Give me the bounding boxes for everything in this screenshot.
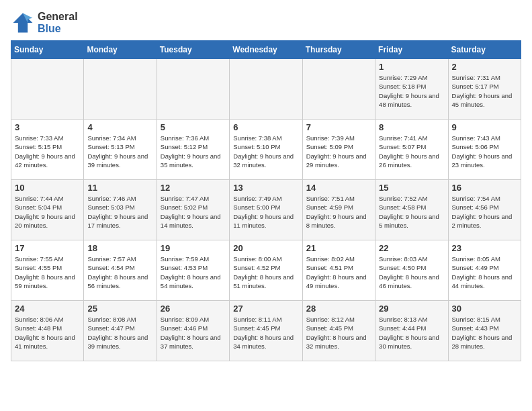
day-info: Sunrise: 8:12 AM Sunset: 4:45 PM Dayligh…	[306, 315, 371, 351]
day-number: 22	[379, 243, 444, 253]
day-info: Sunrise: 8:09 AM Sunset: 4:46 PM Dayligh…	[161, 315, 226, 351]
day-info: Sunrise: 7:36 AM Sunset: 5:12 PM Dayligh…	[161, 134, 226, 169]
calendar-cell: 20Sunrise: 8:00 AM Sunset: 4:52 PM Dayli…	[230, 240, 302, 301]
calendar-header-row: SundayMondayTuesdayWednesdayThursdayFrid…	[11, 41, 521, 59]
day-info: Sunrise: 7:34 AM Sunset: 5:13 PM Dayligh…	[87, 134, 152, 169]
svg-marker-0	[13, 13, 33, 33]
day-info: Sunrise: 7:59 AM Sunset: 4:53 PM Dayligh…	[161, 255, 226, 290]
day-info: Sunrise: 7:46 AM Sunset: 5:03 PM Dayligh…	[87, 194, 152, 230]
page-header: General Blue	[11, 11, 521, 35]
day-number: 9	[452, 122, 517, 132]
calendar-table: SundayMondayTuesdayWednesdayThursdayFrid…	[11, 40, 521, 361]
weekday-header: Sunday	[11, 41, 84, 59]
day-info: Sunrise: 7:43 AM Sunset: 5:06 PM Dayligh…	[452, 134, 517, 169]
calendar-week-row: 10Sunrise: 7:44 AM Sunset: 5:04 PM Dayli…	[11, 180, 521, 240]
weekday-header: Friday	[375, 41, 448, 59]
calendar-week-row: 3Sunrise: 7:33 AM Sunset: 5:15 PM Daylig…	[11, 120, 521, 180]
day-info: Sunrise: 7:31 AM Sunset: 5:17 PM Dayligh…	[452, 73, 517, 109]
day-number: 10	[15, 183, 80, 193]
day-number: 4	[87, 122, 152, 132]
calendar-cell	[302, 59, 375, 120]
calendar-week-row: 17Sunrise: 7:55 AM Sunset: 4:55 PM Dayli…	[11, 240, 521, 301]
calendar-cell	[11, 59, 84, 120]
weekday-header: Monday	[84, 41, 157, 59]
day-number: 26	[161, 304, 226, 314]
calendar-cell: 24Sunrise: 8:06 AM Sunset: 4:48 PM Dayli…	[11, 301, 84, 361]
day-number: 29	[379, 304, 444, 314]
day-info: Sunrise: 7:41 AM Sunset: 5:07 PM Dayligh…	[379, 134, 444, 169]
calendar-cell: 26Sunrise: 8:09 AM Sunset: 4:46 PM Dayli…	[157, 301, 229, 361]
calendar-cell: 23Sunrise: 8:05 AM Sunset: 4:49 PM Dayli…	[448, 240, 521, 301]
day-info: Sunrise: 7:33 AM Sunset: 5:15 PM Dayligh…	[15, 134, 80, 169]
day-info: Sunrise: 7:38 AM Sunset: 5:10 PM Dayligh…	[233, 134, 298, 169]
day-info: Sunrise: 8:13 AM Sunset: 4:44 PM Dayligh…	[379, 315, 444, 351]
calendar-cell	[230, 59, 302, 120]
day-number: 2	[452, 62, 517, 72]
day-number: 5	[161, 122, 226, 132]
weekday-header: Saturday	[448, 41, 521, 59]
day-info: Sunrise: 7:49 AM Sunset: 5:00 PM Dayligh…	[233, 194, 298, 230]
day-number: 17	[15, 243, 80, 253]
day-info: Sunrise: 8:02 AM Sunset: 4:51 PM Dayligh…	[306, 255, 371, 290]
day-number: 27	[233, 304, 298, 314]
calendar-cell: 19Sunrise: 7:59 AM Sunset: 4:53 PM Dayli…	[157, 240, 229, 301]
day-info: Sunrise: 8:00 AM Sunset: 4:52 PM Dayligh…	[233, 255, 298, 290]
calendar-cell: 22Sunrise: 8:03 AM Sunset: 4:50 PM Dayli…	[375, 240, 448, 301]
calendar-cell: 17Sunrise: 7:55 AM Sunset: 4:55 PM Dayli…	[11, 240, 84, 301]
calendar-cell: 3Sunrise: 7:33 AM Sunset: 5:15 PM Daylig…	[11, 120, 84, 180]
calendar-cell: 21Sunrise: 8:02 AM Sunset: 4:51 PM Dayli…	[302, 240, 375, 301]
calendar-cell: 9Sunrise: 7:43 AM Sunset: 5:06 PM Daylig…	[448, 120, 521, 180]
calendar-cell: 14Sunrise: 7:51 AM Sunset: 4:59 PM Dayli…	[302, 180, 375, 240]
day-number: 14	[306, 183, 371, 193]
calendar-cell: 13Sunrise: 7:49 AM Sunset: 5:00 PM Dayli…	[230, 180, 302, 240]
calendar-cell: 10Sunrise: 7:44 AM Sunset: 5:04 PM Dayli…	[11, 180, 84, 240]
day-info: Sunrise: 8:03 AM Sunset: 4:50 PM Dayligh…	[379, 255, 444, 290]
day-number: 23	[452, 243, 517, 253]
day-number: 8	[379, 122, 444, 132]
day-number: 12	[161, 183, 226, 193]
calendar-cell: 15Sunrise: 7:52 AM Sunset: 4:58 PM Dayli…	[375, 180, 448, 240]
calendar-cell: 1Sunrise: 7:29 AM Sunset: 5:18 PM Daylig…	[375, 59, 448, 120]
day-info: Sunrise: 7:54 AM Sunset: 4:56 PM Dayligh…	[452, 194, 517, 230]
calendar-cell: 18Sunrise: 7:57 AM Sunset: 4:54 PM Dayli…	[84, 240, 157, 301]
day-number: 16	[452, 183, 517, 193]
day-info: Sunrise: 7:51 AM Sunset: 4:59 PM Dayligh…	[306, 194, 371, 230]
calendar-cell: 4Sunrise: 7:34 AM Sunset: 5:13 PM Daylig…	[84, 120, 157, 180]
day-number: 30	[452, 304, 517, 314]
calendar-cell	[84, 59, 157, 120]
weekday-header: Tuesday	[157, 41, 229, 59]
day-number: 21	[306, 243, 371, 253]
day-number: 19	[161, 243, 226, 253]
day-number: 18	[87, 243, 152, 253]
day-number: 15	[379, 183, 444, 193]
weekday-header: Thursday	[302, 41, 375, 59]
day-number: 25	[87, 304, 152, 314]
day-info: Sunrise: 7:47 AM Sunset: 5:02 PM Dayligh…	[161, 194, 226, 230]
day-number: 7	[306, 122, 371, 132]
day-number: 13	[233, 183, 298, 193]
calendar-week-row: 1Sunrise: 7:29 AM Sunset: 5:18 PM Daylig…	[11, 59, 521, 120]
day-number: 1	[379, 62, 444, 72]
day-number: 28	[306, 304, 371, 314]
calendar-cell: 28Sunrise: 8:12 AM Sunset: 4:45 PM Dayli…	[302, 301, 375, 361]
calendar-cell: 11Sunrise: 7:46 AM Sunset: 5:03 PM Dayli…	[84, 180, 157, 240]
day-info: Sunrise: 8:15 AM Sunset: 4:43 PM Dayligh…	[452, 315, 517, 351]
weekday-header: Wednesday	[230, 41, 302, 59]
logo-icon	[11, 11, 35, 35]
day-number: 3	[15, 122, 80, 132]
logo-text: General Blue	[38, 11, 78, 35]
day-info: Sunrise: 7:55 AM Sunset: 4:55 PM Dayligh…	[15, 255, 80, 290]
calendar-cell: 25Sunrise: 8:08 AM Sunset: 4:47 PM Dayli…	[84, 301, 157, 361]
calendar-cell: 27Sunrise: 8:11 AM Sunset: 4:45 PM Dayli…	[230, 301, 302, 361]
calendar-cell: 16Sunrise: 7:54 AM Sunset: 4:56 PM Dayli…	[448, 180, 521, 240]
calendar-cell	[157, 59, 229, 120]
day-info: Sunrise: 8:06 AM Sunset: 4:48 PM Dayligh…	[15, 315, 80, 351]
calendar-cell: 12Sunrise: 7:47 AM Sunset: 5:02 PM Dayli…	[157, 180, 229, 240]
day-info: Sunrise: 7:52 AM Sunset: 4:58 PM Dayligh…	[379, 194, 444, 230]
day-number: 6	[233, 122, 298, 132]
calendar-cell: 7Sunrise: 7:39 AM Sunset: 5:09 PM Daylig…	[302, 120, 375, 180]
day-info: Sunrise: 8:11 AM Sunset: 4:45 PM Dayligh…	[233, 315, 298, 351]
day-info: Sunrise: 8:08 AM Sunset: 4:47 PM Dayligh…	[87, 315, 152, 351]
calendar-cell: 30Sunrise: 8:15 AM Sunset: 4:43 PM Dayli…	[448, 301, 521, 361]
calendar-cell: 29Sunrise: 8:13 AM Sunset: 4:44 PM Dayli…	[375, 301, 448, 361]
